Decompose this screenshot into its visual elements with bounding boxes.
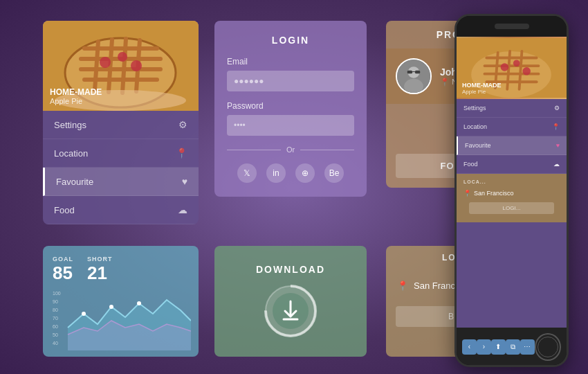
phone-location-label: Location [463,123,487,130]
phone-favourite-label: Favourite [465,142,491,149]
phone-forward-icon[interactable]: › [477,339,491,355]
menu-item-favourite[interactable]: Favourite ♥ [43,168,199,196]
phone-loc-city: San Francisco [474,190,514,197]
menu-item-food[interactable]: Food ☁ [43,196,199,224]
short-value: 21 [87,262,113,284]
svg-rect-18 [407,71,412,74]
menu-item-settings[interactable]: Settings ⚙ [43,111,199,139]
location-pin-icon: 📍 [397,280,408,291]
phone-share-icon[interactable]: ⬆ [491,339,506,355]
login-title: LOGIN [227,35,354,46]
svg-text:70: 70 [53,316,58,321]
phone-heart-icon: ♥ [556,142,560,149]
password-input[interactable] [227,115,354,136]
goal-value: 85 [53,262,73,284]
svg-point-13 [131,60,142,71]
phone-loc-item: 📍 San Francisco [463,187,560,199]
svg-point-12 [118,52,127,62]
gear-icon: ⚙ [178,119,187,130]
svg-text:60: 60 [53,324,58,329]
phone-food-image: HOME-MADE Apple Pie [457,37,567,99]
avatar [396,58,432,94]
stats-row: GOAL 85 SHORT 21 [53,256,189,284]
phone-home-button[interactable] [535,333,561,361]
heart-icon: ♥ [182,176,187,187]
phone-menu-icon[interactable]: ⋯ [520,339,535,355]
phone-menu-favourite[interactable]: Favourite ♥ [457,136,567,155]
download-panel: DOWNLOAD [214,246,367,357]
svg-text:100: 100 [53,291,61,296]
phone-home-inner [538,337,558,357]
food-icon: ☁ [178,204,187,215]
email-label: Email [227,57,354,66]
phone-loc-pin-icon: 📍 [463,190,471,197]
food-label-text: Food [54,205,75,215]
phone-food-label: HOME-MADE Apple Pie [462,82,502,95]
phone-location-section: LOCA... 📍 San Francisco LOGI... [457,174,567,222]
phone-food-subtitle: Apple Pie [462,89,502,95]
email-input[interactable] [227,71,354,91]
phone-menu-food[interactable]: Food ☁ [457,155,567,174]
divider-line-left [227,150,281,150]
phone-back-icon[interactable]: ‹ [462,339,477,355]
phone-location-pin-icon: 📍 [552,123,560,130]
linkedin-icon[interactable]: in [266,163,286,183]
download-title: DOWNLOAD [256,264,325,275]
svg-point-47 [501,63,509,71]
behance-icon[interactable]: Be [324,163,344,183]
download-circle[interactable] [263,283,318,339]
svg-point-32 [82,312,86,316]
location-icon: 📍 [176,148,187,159]
svg-text:50: 50 [53,332,58,337]
phone-menu-settings[interactable]: Settings ⚙ [457,99,567,118]
social-icons-row: 𝕏 in ⊕ Be [227,163,354,183]
phone-gear-icon: ⚙ [554,105,560,112]
short-stat: SHORT 21 [87,256,113,284]
svg-text:40: 40 [53,341,58,346]
phone-food-menu-icon: ☁ [553,161,560,168]
phone-mockup: HOME-MADE Apple Pie Settings ⚙ Location … [454,14,569,367]
phone-login-button[interactable]: LOGI... [469,202,554,214]
svg-point-49 [522,67,531,75]
phone-settings-label: Settings [463,105,486,112]
svg-point-48 [513,60,520,66]
svg-point-31 [137,301,141,305]
left-app-card: HOME-MADE Apple Pie Settings ⚙ Location … [43,21,199,224]
or-divider: Or [227,145,354,154]
globe-icon[interactable]: ⊕ [295,163,315,183]
phone-loc-section-label: LOCA... [463,179,560,184]
or-text: Or [286,145,295,154]
phone-food-menu-label: Food [463,161,478,168]
food-banner-label: HOME-MADE Apple Pie [50,87,102,105]
stats-panel: GOAL 85 SHORT 21 100 90 80 70 60 50 40 [43,246,199,357]
svg-point-11 [100,57,111,68]
goal-label: GOAL [53,256,73,262]
svg-rect-19 [415,71,420,74]
phone-screen: HOME-MADE Apple Pie Settings ⚙ Location … [457,37,567,328]
svg-point-17 [404,79,423,94]
menu-item-location[interactable]: Location 📍 [43,139,199,168]
phone-notch [495,24,529,29]
login-panel: LOGIN Email Password Or 𝕏 in ⊕ Be [214,21,367,197]
goal-stat: GOAL 85 [53,256,73,284]
phone-tabs-icon[interactable]: ⧉ [506,339,520,355]
svg-point-30 [109,305,113,309]
divider-line-right [300,150,354,150]
food-title: HOME-MADE [50,87,102,97]
food-subtitle: Apple Pie [50,97,102,105]
chart-area: 100 90 80 70 60 50 40 [53,290,189,352]
short-label: SHORT [87,256,113,262]
food-image-banner: HOME-MADE Apple Pie [43,21,199,111]
password-label: Password [227,101,354,111]
phone-menu-location[interactable]: Location 📍 [457,118,567,136]
twitter-icon[interactable]: 𝕏 [237,163,257,183]
phone-top-bar [457,16,567,37]
phone-bottom-bar: ‹ › ⬆ ⧉ ⋯ [457,328,567,366]
svg-text:80: 80 [53,308,58,312]
svg-text:90: 90 [53,299,58,304]
phone-food-title: HOME-MADE [462,82,502,89]
location-label: Location [54,148,88,159]
favourite-label: Favourite [56,177,93,187]
settings-label: Settings [54,120,86,130]
